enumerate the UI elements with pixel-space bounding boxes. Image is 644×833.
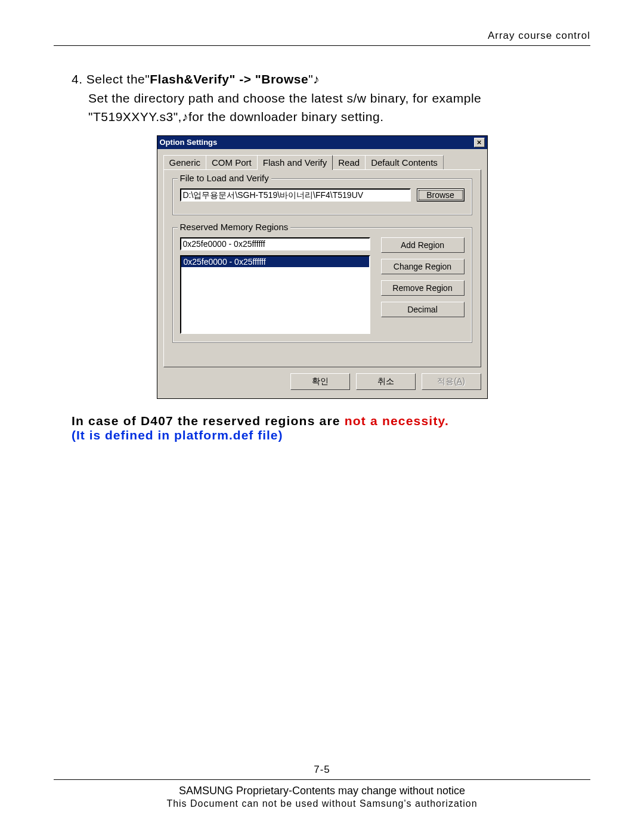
apply-post: ) [462,376,465,386]
groupbox-file-to-load: File to Load and Verify D:\업무용문서\SGH-T51… [172,178,472,215]
close-icon[interactable]: × [474,138,485,147]
cancel-button[interactable]: 취소 [356,373,416,390]
footer-rule [54,779,590,780]
note-line-1: In case of D407 the reserved regions are… [72,414,572,428]
step-prefix: Select the" [86,72,150,86]
list-item[interactable]: 0x25fe0000 - 0x25ffffff [181,256,369,267]
header-rule [54,45,590,46]
browse-button[interactable]: Browse [417,188,465,202]
groupbox-file-legend: File to Load and Verify [178,173,271,183]
page-number: 7-5 [54,764,590,776]
footer-line-1: SAMSUNG Proprietary-Contents may change … [54,785,590,797]
change-region-button[interactable]: Change Region [381,259,465,274]
region-listbox[interactable]: 0x25fe0000 - 0x25ffffff [180,255,370,334]
tab-generic[interactable]: Generic [163,155,207,169]
ok-button[interactable]: 확인 [290,373,350,390]
remove-region-button[interactable]: Remove Region [381,280,465,296]
dialog-title: Option Settings [160,138,218,147]
header-text: Array course control [54,30,590,42]
tab-pane: File to Load and Verify D:\업무용문서\SGH-T51… [163,169,481,367]
step-bold: Flash&Verify" -> "Browse [150,72,308,86]
step-line2b: "T519XXYY.s3",♪for the downloader binary… [88,107,590,126]
step-suffix: "♪ [308,72,320,86]
page-footer: 7-5 SAMSUNG Proprietary-Contents may cha… [54,764,590,809]
groupbox-reserved-memory: Reserved Memory Regions 0x25fe0000 - 0x2… [172,227,472,343]
groupbox-rmr-legend: Reserved Memory Regions [178,222,291,232]
file-path-input[interactable]: D:\업무용문서\SGH-T519\바이너리\FF4\T519UV [180,188,411,202]
footer-line-2: This Document can not be used without Sa… [54,798,590,809]
tabs-row: Generic COM Port Flash and Verify Read D… [163,155,481,169]
apply-pre: 적용( [437,376,457,386]
tab-default-contents[interactable]: Default Contents [365,155,444,169]
dialog-titlebar[interactable]: Option Settings × [157,136,487,149]
tab-read[interactable]: Read [332,155,366,169]
tab-com-port[interactable]: COM Port [206,155,258,169]
apply-underline: A [457,376,462,386]
add-region-button[interactable]: Add Region [381,237,465,253]
apply-button: 적용(A) [422,373,481,390]
step-number: 4. [72,72,83,86]
note-black: In case of D407 the reserved regions are [72,414,345,428]
instruction-step-4: 4. Select the"Flash&Verify" -> "Browse"♪… [72,70,590,126]
note-blue: (It is defined in platform.def file) [72,428,590,442]
tab-flash-and-verify[interactable]: Flash and Verify [257,155,333,170]
decimal-button[interactable]: Decimal [381,302,465,317]
region-input[interactable]: 0x25fe0000 - 0x25ffffff [180,237,370,250]
option-settings-dialog: Option Settings × Generic COM Port Flash… [157,135,488,399]
note-red: not a necessity. [345,414,449,428]
dialog-button-row: 확인 취소 적용(A) [163,373,481,390]
step-line2a: Set the directory path and choose the la… [88,89,590,108]
